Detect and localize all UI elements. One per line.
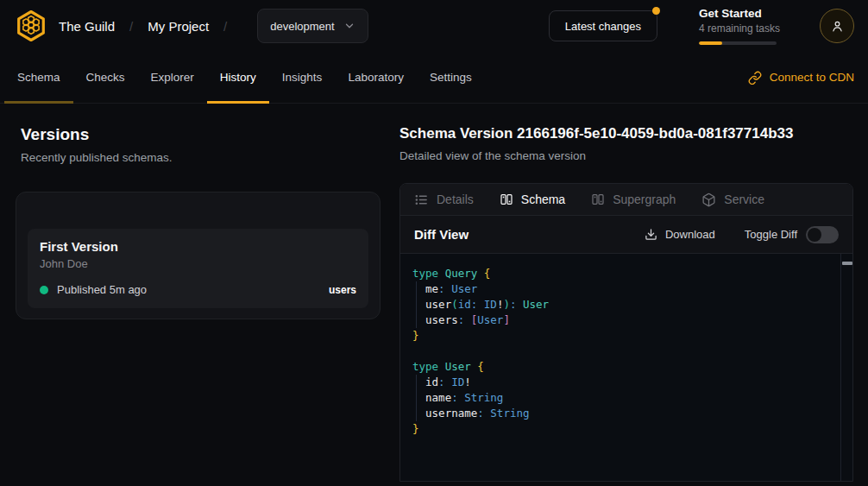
diff-view-title: Diff View xyxy=(414,227,469,242)
link-icon xyxy=(748,71,762,85)
chevron-down-icon xyxy=(343,20,355,32)
download-icon xyxy=(645,228,657,241)
nav-tab-settings[interactable]: Settings xyxy=(417,52,485,103)
nav-tab-explorer[interactable]: Explorer xyxy=(138,52,207,103)
user-avatar[interactable] xyxy=(820,9,854,43)
versions-list-card: First VersionJohn DoePublished 5m agouse… xyxy=(16,192,381,319)
get-started-subtitle: 4 remaining tasks xyxy=(699,22,778,35)
code-line: username: String xyxy=(412,406,828,421)
breadcrumb-separator: / xyxy=(129,19,133,34)
person-icon xyxy=(830,19,845,34)
nav-tab-checks[interactable]: Checks xyxy=(73,52,138,103)
download-label: Download xyxy=(665,228,715,241)
toggle-diff-label: Toggle Diff xyxy=(745,228,797,241)
detail-tab-supergraph[interactable]: Supergraph xyxy=(591,193,676,206)
breadcrumb-separator: / xyxy=(223,19,227,34)
version-list: First VersionJohn DoePublished 5m agouse… xyxy=(28,229,368,308)
detail-tabs: Details Schema Supergraph Service xyxy=(400,184,852,216)
latest-changes-label: Latest changes xyxy=(565,20,641,33)
code-line: type User { xyxy=(412,359,828,375)
hive-logo-icon[interactable] xyxy=(14,9,48,43)
get-started-progress-fill xyxy=(699,41,722,45)
app-header: The Guild / My Project / development Lat… xyxy=(0,0,868,52)
nav-tab-insights[interactable]: Insights xyxy=(269,52,336,103)
detail-tab-label: Service xyxy=(724,193,764,206)
breadcrumb-project[interactable]: My Project xyxy=(148,19,209,34)
schema-version-subtitle: Detailed view of the schema version xyxy=(399,149,853,162)
detail-tab-service[interactable]: Service xyxy=(701,193,764,207)
diff-toolbar: Diff View Download Toggle Diff xyxy=(400,216,852,254)
code-line xyxy=(412,344,828,359)
connect-to-cdn-button[interactable]: Connect to CDN xyxy=(748,52,854,103)
editor-scrollbar-thumb[interactable] xyxy=(842,262,852,265)
code-line: type Query { xyxy=(412,266,828,281)
main-content: Versions Recently published schemas. Fir… xyxy=(0,104,868,482)
code-line: id: ID! xyxy=(412,375,828,390)
detail-tab-schema[interactable]: Schema xyxy=(500,193,565,206)
editor-scrollbar xyxy=(840,254,852,481)
nav-tabs: SchemaChecksExplorerHistoryInsightsLabor… xyxy=(4,52,485,103)
get-started-progressbar xyxy=(699,41,777,45)
nav-tab-schema[interactable]: Schema xyxy=(4,52,73,103)
version-detail-panel: Schema Version 2166196f-5e10-4059-bd0a-0… xyxy=(399,104,868,482)
service-badge: users xyxy=(329,284,356,296)
schema-code-editor[interactable]: type Query { me: User user(id: ID!): Use… xyxy=(400,254,852,481)
detail-tab-label: Schema xyxy=(521,193,565,206)
code-lines: type Query { me: User user(id: ID!): Use… xyxy=(412,266,828,437)
target-selector-value: development xyxy=(270,20,334,33)
code-line: } xyxy=(412,328,828,344)
target-selector[interactable]: development xyxy=(257,9,368,43)
version-status: Published 5m ago xyxy=(57,283,147,296)
version-name: First Version xyxy=(40,239,356,254)
versions-subtitle: Recently published schemas. xyxy=(21,151,381,164)
code-line: } xyxy=(412,421,828,437)
version-author: John Doe xyxy=(40,257,356,270)
published-dot-icon xyxy=(40,286,48,294)
versions-title: Versions xyxy=(21,125,381,144)
latest-changes-button[interactable]: Latest changes xyxy=(549,10,657,41)
code-line: users: [User] xyxy=(412,312,828,328)
version-list-item[interactable]: First VersionJohn DoePublished 5m agouse… xyxy=(28,229,368,308)
code-line: name: String xyxy=(412,390,828,406)
breadcrumb-org[interactable]: The Guild xyxy=(59,19,115,34)
detail-tab-label: Supergraph xyxy=(613,193,676,206)
download-button[interactable]: Download xyxy=(645,228,715,241)
columns-icon xyxy=(591,193,605,206)
nav-tab-history[interactable]: History xyxy=(207,52,269,103)
code-line: user(id: ID!): User xyxy=(412,297,828,312)
nav-tab-laboratory[interactable]: Laboratory xyxy=(335,52,417,103)
get-started-title: Get Started xyxy=(699,7,778,20)
detail-tab-label: Details xyxy=(437,193,474,206)
get-started-widget[interactable]: Get Started 4 remaining tasks xyxy=(699,7,778,45)
box-icon xyxy=(701,193,716,207)
notification-dot xyxy=(652,7,660,15)
schema-version-title: Schema Version 2166196f-5e10-4059-bd0a-0… xyxy=(399,125,853,142)
detail-tab-details[interactable]: Details xyxy=(414,193,474,207)
switch-knob xyxy=(808,228,821,242)
connect-to-cdn-label: Connect to CDN xyxy=(770,71,854,84)
version-status-row: Published 5m agousers xyxy=(40,283,356,296)
versions-panel: Versions Recently published schemas. Fir… xyxy=(0,104,399,319)
columns-icon xyxy=(500,193,513,206)
schema-detail-box: Details Schema Supergraph Service Diff V… xyxy=(399,183,853,482)
code-line: me: User xyxy=(412,281,828,297)
breadcrumb: The Guild / My Project / xyxy=(59,19,242,34)
toggle-diff-switch[interactable] xyxy=(806,226,839,243)
main-nav: SchemaChecksExplorerHistoryInsightsLabor… xyxy=(0,52,868,104)
list-icon xyxy=(414,193,429,207)
